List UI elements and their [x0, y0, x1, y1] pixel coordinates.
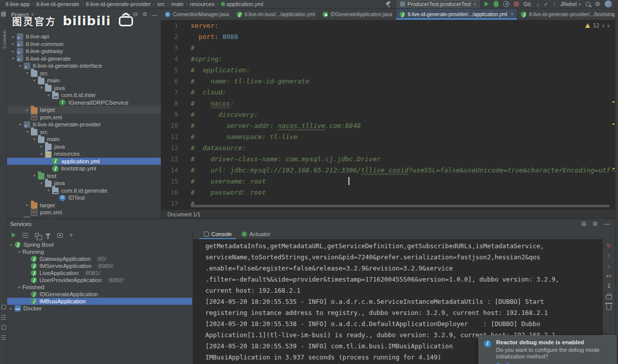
- project-tree-item[interactable]: pom.xml: [7, 209, 161, 216]
- warning-stripe-mark[interactable]: [612, 123, 614, 125]
- project-tree-item[interactable]: ▸tl-live-common: [7, 40, 161, 48]
- expand-chevron[interactable]: ▸: [24, 203, 30, 207]
- code-editor[interactable]: 1234567891011121314151617 server: port: …: [161, 20, 615, 209]
- project-tree-item[interactable]: application.yml: [7, 158, 161, 165]
- terminal-tool-icon[interactable]: [1, 335, 6, 340]
- service-tree-item[interactable]: UserProviderApplication:8082/: [7, 277, 192, 284]
- project-tree-item[interactable]: IGeneratIDRPCService: [7, 99, 161, 107]
- collapse-all-icon[interactable]: ⊟: [133, 11, 138, 18]
- settings-gear-icon[interactable]: ⚙: [595, 1, 600, 8]
- expand-chevron[interactable]: ▾: [16, 285, 22, 290]
- view-mode-icon[interactable]: [22, 233, 28, 238]
- project-tree-item[interactable]: ▾com.tl.id.inter: [7, 92, 161, 99]
- git-push-icon[interactable]: ↑: [553, 1, 556, 8]
- run-button[interactable]: [484, 2, 489, 7]
- next-problem-icon[interactable]: ∨: [607, 23, 610, 28]
- console-tab-console[interactable]: Console: [199, 229, 236, 239]
- expand-chevron[interactable]: ▾: [24, 71, 30, 75]
- inspections-widget[interactable]: 12 ∧ ∨: [585, 22, 610, 29]
- expand-chevron[interactable]: ▾: [38, 152, 45, 156]
- layout-icon[interactable]: ⊞: [581, 220, 586, 228]
- service-tree-item[interactable]: ▾Finished: [7, 284, 192, 291]
- problems-tool-icon[interactable]: [2, 325, 6, 330]
- expand-chevron[interactable]: ▾: [46, 188, 52, 193]
- console-tab-actuator[interactable]: Actuator: [237, 229, 275, 239]
- editor-tab[interactable]: tl-live-id-generate-provider/.../applica…: [396, 9, 517, 20]
- project-tree-item[interactable]: ▸tl-live-gateway: [7, 48, 161, 55]
- expand-chevron[interactable]: ▸: [38, 144, 45, 149]
- profiler-button[interactable]: [503, 1, 509, 7]
- project-tree-item[interactable]: bootstrap.yml: [7, 165, 161, 172]
- breadcrumb-item[interactable]: tl-live-id-generate-provider: [84, 1, 152, 7]
- debug-button[interactable]: [494, 1, 499, 7]
- service-tree-item[interactable]: IMServerApplication:8989/: [7, 262, 192, 269]
- expand-chevron[interactable]: ▸: [10, 34, 16, 39]
- expand-chevron[interactable]: ▾: [16, 250, 22, 254]
- clear-console-icon[interactable]: [606, 304, 611, 310]
- project-tree-item[interactable]: ▾main: [7, 135, 161, 143]
- services-title[interactable]: Services: [10, 221, 31, 227]
- expand-chevron[interactable]: ▾: [8, 243, 14, 247]
- structure-tool-icon[interactable]: [1, 315, 6, 320]
- settings-gear-icon[interactable]: ⚙: [592, 220, 598, 228]
- scroll-down-icon[interactable]: ↓: [607, 262, 610, 269]
- locate-file-icon[interactable]: ◎: [123, 11, 128, 18]
- service-tree-item[interactable]: IDGenerateApplication: [7, 291, 192, 298]
- expand-chevron[interactable]: ▾: [17, 64, 23, 68]
- git-commit-icon[interactable]: ✓: [544, 1, 548, 8]
- editor-tab[interactable]: IDGenerateApplication.java: [319, 9, 396, 20]
- expand-chevron[interactable]: ▾: [24, 129, 30, 134]
- horizontal-scrollbar[interactable]: [191, 205, 610, 207]
- filter-icon[interactable]: [46, 234, 51, 237]
- expand-chevron[interactable]: ▾: [46, 93, 52, 98]
- service-tree-item[interactable]: ▾Running: [7, 248, 192, 255]
- expand-chevron[interactable]: ▾: [10, 56, 16, 61]
- prev-problem-icon[interactable]: ∧: [602, 23, 604, 28]
- expand-chevron[interactable]: ▾: [38, 181, 45, 186]
- project-tree-item[interactable]: ▾tl-live-id-generate-interface: [7, 62, 161, 70]
- expand-chevron[interactable]: ▸: [24, 108, 30, 112]
- expand-chevron[interactable]: ▸: [8, 306, 14, 311]
- add-service-icon[interactable]: +: [69, 232, 73, 238]
- print-icon[interactable]: [606, 295, 612, 299]
- service-tree-item[interactable]: GatewayApplication:80/: [7, 255, 192, 262]
- project-tree-item[interactable]: ▾src: [7, 128, 161, 136]
- hide-panel-icon[interactable]: —: [152, 12, 157, 18]
- project-tree-item[interactable]: ▸target: [7, 106, 161, 114]
- scroll-to-end-icon[interactable]: ↧: [606, 283, 611, 290]
- project-tree-item[interactable]: ▾java: [7, 84, 161, 92]
- project-tree-item[interactable]: ▾src: [7, 70, 161, 77]
- bookmarks-tool-icon[interactable]: [2, 305, 6, 309]
- expand-chevron[interactable]: ▸: [10, 49, 16, 54]
- service-tree-item[interactable]: IMBusiApplication: [7, 298, 192, 305]
- scroll-up-icon[interactable]: ↑: [607, 252, 610, 259]
- breadcrumb-item[interactable]: main: [170, 1, 185, 7]
- breadcrumb-item[interactable]: tl-live-id-generate: [35, 1, 81, 7]
- breadcrumb-item[interactable]: application.yml: [219, 1, 265, 7]
- expand-chevron[interactable]: ▾: [38, 85, 45, 90]
- soft-wrap-icon[interactable]: ↩: [606, 272, 611, 280]
- service-tree-item[interactable]: ▾Spring Boot: [7, 241, 192, 248]
- preview-icon[interactable]: [57, 233, 63, 238]
- warning-stripe-mark[interactable]: [612, 101, 614, 103]
- expand-chevron[interactable]: ▸: [10, 41, 16, 46]
- notification-balloon[interactable]: i Reactor debug mode is enabled Do you w…: [478, 335, 616, 364]
- expand-chevron[interactable]: ▾: [17, 122, 23, 127]
- project-tree-item[interactable]: ▸tl-live-api: [7, 33, 161, 40]
- project-tool-icon[interactable]: [1, 12, 6, 17]
- commit-tool-button[interactable]: Commit: [0, 30, 7, 49]
- project-tree-item[interactable]: IDTest: [7, 194, 161, 202]
- editor-lines[interactable]: server: port: 8088##spring:# application…: [191, 20, 615, 209]
- user-avatar[interactable]: [605, 1, 612, 8]
- editor-tab[interactable]: ConnectionManager.java: [161, 9, 233, 20]
- breadcrumb-item[interactable]: src: [156, 1, 166, 7]
- project-tree-item[interactable]: ▾com.tl.id.generate: [7, 187, 161, 195]
- project-panel-title[interactable]: Project: [11, 12, 28, 18]
- breadcrumb-item[interactable]: resources: [189, 1, 216, 7]
- configure-link[interactable]: Configure: [496, 362, 520, 364]
- project-tree-item[interactable]: ▾java: [7, 179, 161, 187]
- warning-stripe-mark[interactable]: [612, 168, 614, 169]
- options-gear-icon[interactable]: ⚙: [142, 11, 147, 18]
- group-by-icon[interactable]: [35, 233, 39, 237]
- project-tree-item[interactable]: ▾tl-live-id-generate-provider: [7, 121, 161, 128]
